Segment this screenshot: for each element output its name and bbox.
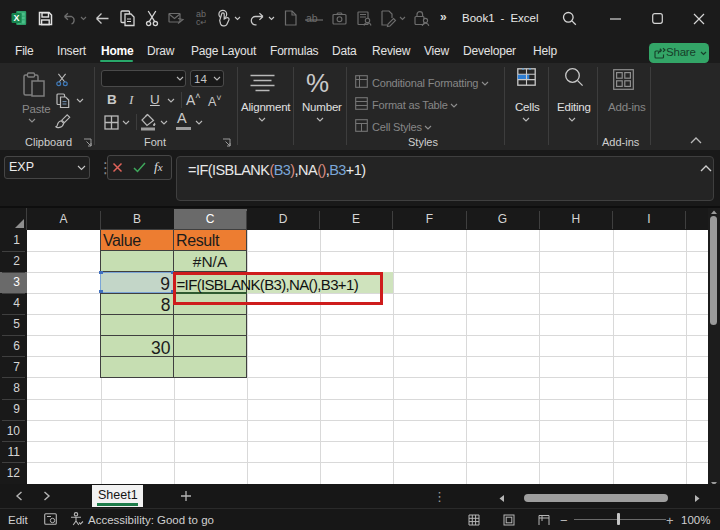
svg-text:X: X [13, 13, 19, 23]
